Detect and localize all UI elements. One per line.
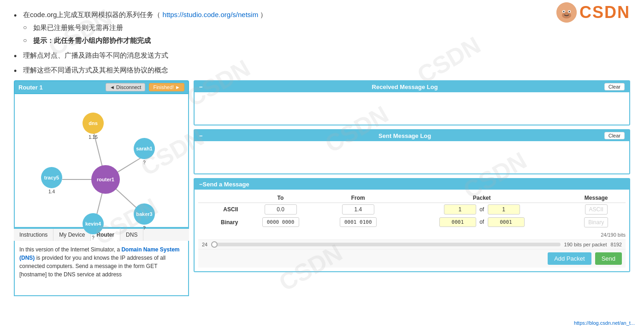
bullet-item-3: 理解这些不同通讯方式及其相关网络协议的概念: [14, 65, 630, 76]
binary-packet-num[interactable]: 0001: [439, 217, 476, 227]
right-panel: − Received Message Log Clear − Sent Mess…: [194, 80, 630, 296]
add-packet-button[interactable]: Add Packet: [548, 252, 591, 265]
slider-min-label: 24: [202, 242, 207, 247]
col-message: Message: [567, 193, 626, 203]
instructions-text: In this version of the Internet Simulato…: [19, 246, 180, 278]
node-tracy5-circle: tracy5: [41, 167, 62, 188]
node-dns: dns 1.15: [83, 113, 104, 140]
col-packet: Packet: [397, 193, 567, 203]
send-title: Send a Message: [203, 181, 249, 188]
sub-item-1-text: 如果已注册账号则无需再注册: [33, 24, 123, 31]
received-log-minus: −: [199, 83, 203, 90]
ascii-label: ASCII: [198, 203, 242, 216]
binary-message-input[interactable]: Binary: [584, 217, 608, 227]
ascii-packet-cell: 1 of 1: [397, 203, 567, 216]
sent-log-panel: − Sent Message Log Clear: [194, 129, 630, 174]
node-baker3-circle: baker3: [134, 203, 155, 225]
node-router1: router1: [91, 165, 120, 194]
dns-highlight: Domain Name System (DNS): [19, 246, 180, 261]
binary-packet-cell: 0001 of 0001: [397, 216, 567, 228]
left-panel: Router 1 ◄ Disconnect Finished! ► dn: [14, 80, 189, 296]
send-minus: −: [199, 181, 203, 188]
ascii-to-input[interactable]: 0.0: [265, 204, 297, 215]
send-message-header: − Send a Message: [195, 179, 629, 190]
col-empty: [198, 193, 242, 203]
router-title: Router 1: [18, 84, 102, 91]
sub-item-1: 如果已注册账号则无需再注册: [23, 22, 630, 33]
binary-label: Binary: [198, 216, 242, 228]
binary-of-text: of: [478, 219, 486, 225]
send-table: To From Packet Message ASCII 0.0: [198, 193, 626, 228]
node-sarah1-circle: sarah1: [134, 138, 155, 159]
bullet-item-1: 在code.org上完成互联网模拟器的系列任务（ https://studio.…: [14, 9, 630, 46]
binary-to-cell: 0000 0000: [242, 216, 319, 228]
slider-thumb[interactable]: [211, 241, 218, 248]
sub-list: 如果已注册账号则无需再注册 提示：此任务需小组内部协作才能完成: [23, 22, 630, 46]
node-baker3-ip: ?: [143, 226, 146, 231]
node-kevin4-ip: ?: [92, 235, 95, 240]
ascii-message-input[interactable]: ASCII: [585, 204, 608, 215]
node-baker3-label: baker3: [136, 211, 152, 217]
node-sarah1: sarah1 ?: [134, 138, 155, 165]
ascii-to-cell: 0.0: [242, 203, 319, 216]
node-sarah1-ip: ?: [143, 160, 146, 165]
sent-log-body: [195, 141, 629, 173]
slider-area: 24 190 bits per packet 8192: [198, 239, 626, 249]
tab-instructions[interactable]: Instructions: [14, 229, 53, 241]
slider-center-label: 190 bits per packet: [564, 242, 607, 247]
finished-button[interactable]: Finished! ►: [149, 83, 184, 91]
bullet-list: 在code.org上完成互联网模拟器的系列任务（ https://studio.…: [14, 9, 630, 76]
disconnect-button[interactable]: ◄ Disconnect: [106, 83, 145, 91]
binary-from-input[interactable]: 0001 0100: [340, 217, 377, 227]
col-from: From: [319, 193, 397, 203]
binary-from-cell: 0001 0100: [319, 216, 397, 228]
send-table-header-row: To From Packet Message: [198, 193, 626, 203]
bullet-3-text: 理解这些不同通讯方式及其相关网络协议的概念: [23, 66, 168, 74]
tab-content-instructions: In this version of the Internet Simulato…: [14, 241, 189, 296]
bullet-2-text: 理解点对点、广播及路由等不同的消息发送方式: [23, 51, 168, 59]
send-message-panel: − Send a Message To From Packet Message: [194, 178, 630, 272]
node-baker3: baker3 ?: [134, 203, 155, 231]
bottom-url: https://blog.csdn.net/an_t...: [574, 320, 635, 326]
ascii-from-input[interactable]: 1.4: [342, 204, 374, 215]
ascii-packet-total[interactable]: 1: [488, 204, 520, 215]
sent-log-title: Sent Message Log: [378, 132, 431, 139]
node-kevin4: kevin4 ?: [83, 213, 104, 240]
ascii-row: ASCII 0.0 1.4 1 of 1: [198, 203, 626, 216]
netsim-link[interactable]: https://studio.code.org/s/netsim: [163, 11, 259, 18]
node-kevin4-circle: kevin4: [83, 213, 104, 234]
router-header: Router 1 ◄ Disconnect Finished! ►: [14, 80, 189, 94]
ascii-of-text: of: [478, 206, 486, 213]
binary-row: Binary 0000 0000 0001 0100 0001 of: [198, 216, 626, 228]
node-router1-label: router1: [97, 177, 114, 182]
node-tracy5-label: tracy5: [44, 175, 59, 180]
binary-to-input[interactable]: 0000 0000: [262, 217, 299, 227]
received-log-clear-button[interactable]: Clear: [604, 83, 625, 90]
sub-item-2: 提示：此任务需小组内部协作才能完成: [23, 35, 630, 46]
slider-track[interactable]: [211, 243, 560, 246]
col-to: To: [242, 193, 319, 203]
received-log-body: [195, 92, 629, 125]
received-log-header: − Received Message Log Clear: [195, 81, 629, 92]
simulator-container: Router 1 ◄ Disconnect Finished! ► dn: [14, 80, 630, 296]
node-dns-ip: 1.15: [89, 135, 97, 140]
node-dns-label: dns: [89, 120, 98, 126]
sent-log-header: − Sent Message Log Clear: [195, 130, 629, 141]
sent-log-minus: −: [199, 132, 203, 139]
binary-packet-total[interactable]: 0001: [488, 217, 525, 227]
node-tracy5: tracy5 1.4: [41, 167, 62, 194]
main-content: 在code.org上完成互联网模拟器的系列任务（ https://studio.…: [0, 0, 644, 301]
sent-log-clear-button[interactable]: Clear: [604, 132, 625, 139]
network-diagram: dns 1.15 sarah1 ? router1: [14, 94, 189, 228]
node-tracy5-ip: 1.4: [48, 189, 55, 194]
sub-item-2-text: 提示：此任务需小组内部协作才能完成: [33, 36, 151, 44]
send-message-body: To From Packet Message ASCII 0.0: [195, 190, 629, 271]
bullet-item-2: 理解点对点、广播及路由等不同的消息发送方式: [14, 50, 630, 61]
node-router1-circle: router1: [91, 165, 120, 194]
ascii-packet-num[interactable]: 1: [444, 204, 476, 215]
bullet-text-after: ）: [260, 11, 267, 18]
node-dns-circle: dns: [83, 113, 104, 134]
send-button[interactable]: Send: [595, 252, 622, 265]
received-log-panel: − Received Message Log Clear: [194, 80, 630, 125]
received-log-title: Received Message Log: [372, 83, 438, 90]
